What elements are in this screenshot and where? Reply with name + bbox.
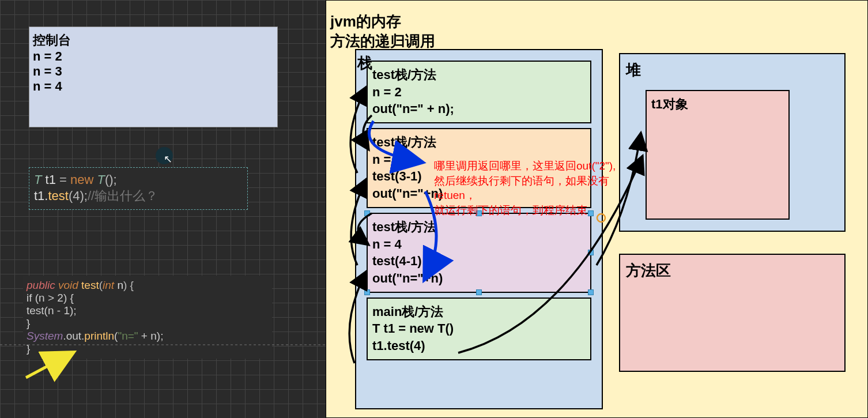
frame-code: T t1 = new T() bbox=[372, 320, 586, 337]
note-line: 就运行剩下的语句，到程序结束 bbox=[434, 203, 647, 218]
console-line-3: n = 4 bbox=[33, 79, 274, 94]
selection-handle[interactable] bbox=[588, 250, 594, 255]
frame-code: out("n=" + n); bbox=[372, 100, 586, 118]
code-line: test(n - 1); bbox=[27, 304, 269, 317]
selection-handle[interactable] bbox=[476, 289, 482, 295]
jvm-title-2: 方法的递归调用 bbox=[330, 31, 435, 51]
heap-object-label: t1对象 bbox=[651, 97, 688, 111]
code-snippet-method[interactable]: public void test(int n) { if (n > 2) { t… bbox=[23, 276, 272, 359]
jvm-title-1: jvm的内存 bbox=[330, 12, 401, 32]
console-line-2: n = 3 bbox=[33, 64, 274, 79]
frame-var: n = 2 bbox=[372, 84, 586, 101]
heap-object-t1[interactable]: t1对象 bbox=[646, 90, 790, 220]
frame-title: main栈/方法 bbox=[372, 303, 586, 321]
frame-out: out("n="+n) bbox=[372, 270, 586, 287]
heap-area[interactable]: 堆 t1对象 bbox=[619, 53, 846, 232]
code-snippet-main[interactable]: T t1 = new T(); t1.test(4);//输出什么？ bbox=[29, 167, 248, 210]
code-line: t1.test(4);//输出什么？ bbox=[34, 187, 243, 205]
code-line: } bbox=[27, 317, 269, 330]
stack-label: 栈 bbox=[357, 53, 372, 73]
annotation-red-note: 哪里调用返回哪里，这里返回out("2"), 然后继续执行剩下的语句，如果没有r… bbox=[434, 159, 647, 218]
cursor-icon: ↖ bbox=[164, 153, 172, 165]
selection-handle[interactable] bbox=[364, 210, 370, 216]
selection-handle[interactable] bbox=[588, 289, 594, 295]
heap-label: 堆 bbox=[626, 60, 839, 80]
stack-area[interactable]: test栈/方法 n = 2 out("n=" + n); test栈/方法 n… bbox=[355, 49, 603, 409]
frame-code: t1.test(4) bbox=[372, 337, 586, 355]
frame-var: n = 4 bbox=[372, 236, 586, 253]
note-line: 哪里调用返回哪里，这里返回out("2"), bbox=[434, 159, 647, 174]
code-line: System.out.println("n=" + n); bbox=[27, 330, 269, 342]
selection-handle[interactable] bbox=[364, 289, 370, 295]
frame-title: test栈/方法 bbox=[372, 66, 586, 84]
frame-title: test栈/方法 bbox=[372, 134, 586, 151]
code-line: } bbox=[27, 342, 269, 355]
note-line: 然后继续执行剩下的语句，如果没有retuen， bbox=[434, 174, 647, 203]
method-area[interactable]: 方法区 bbox=[619, 254, 846, 372]
method-area-label: 方法区 bbox=[626, 261, 839, 281]
frame-title: test栈/方法 bbox=[372, 219, 586, 236]
console-line-1: n = 2 bbox=[33, 49, 274, 64]
code-line: public void test(int n) { bbox=[27, 279, 269, 292]
code-line: T t1 = new T(); bbox=[34, 172, 243, 187]
console-title: 控制台 bbox=[33, 32, 274, 49]
stack-frame-n2[interactable]: test栈/方法 n = 2 out("n=" + n); bbox=[367, 61, 591, 123]
code-line: if (n > 2) { bbox=[27, 292, 269, 304]
console-box[interactable]: 控制台 n = 2 n = 3 n = 4 bbox=[29, 27, 278, 127]
frame-code: test(4-1) bbox=[372, 253, 586, 270]
stack-frame-n4[interactable]: test栈/方法 n = 4 test(4-1) out("n="+n) bbox=[367, 213, 591, 293]
stack-frame-main[interactable]: main栈/方法 T t1 = new T() t1.test(4) bbox=[367, 298, 591, 360]
